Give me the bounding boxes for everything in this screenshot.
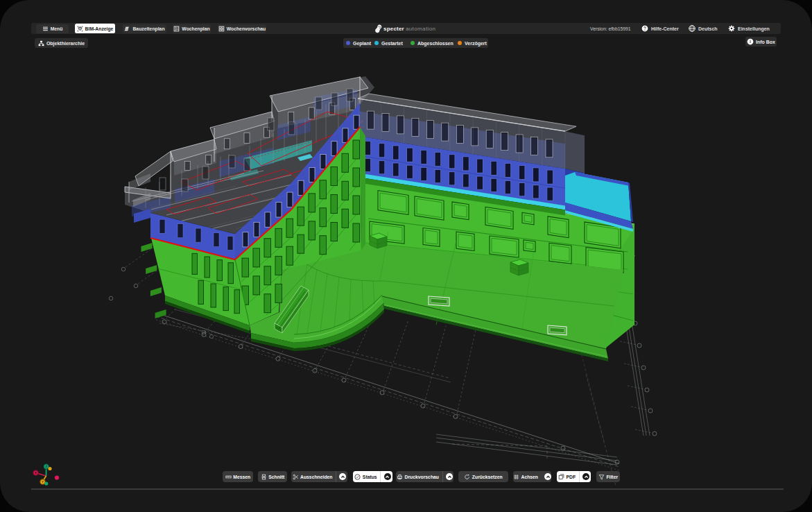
svg-text:Y: Y: [42, 480, 44, 484]
svg-text:Z: Z: [45, 465, 47, 468]
svg-text:X: X: [35, 471, 37, 475]
